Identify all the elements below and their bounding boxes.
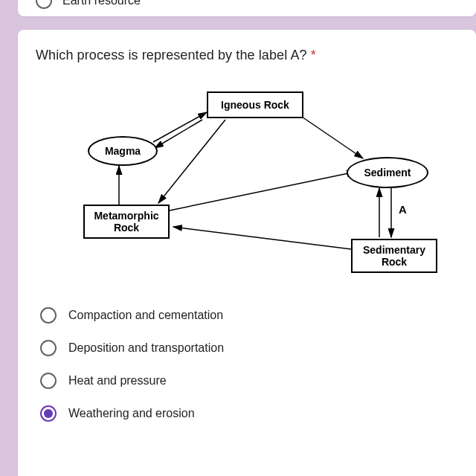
option-weathering-erosion[interactable]: Weathering and erosion [40, 405, 458, 422]
rock-cycle-diagram: Igneous Rock Magma Sediment Metamorphic … [51, 77, 437, 292]
previous-option-label: Earth resource [62, 0, 141, 7]
radio-icon [40, 307, 57, 324]
option-compaction-cementation[interactable]: Compaction and cementation [40, 307, 458, 324]
option-label: Compaction and cementation [68, 309, 223, 322]
node-magma-label: Magma [105, 145, 141, 157]
svg-line-6 [173, 227, 351, 249]
node-metamorphic-label: Metamorphic Rock [94, 210, 158, 234]
option-heat-pressure[interactable]: Heat and pressure [40, 373, 458, 389]
svg-line-0 [153, 112, 207, 142]
svg-line-5 [170, 172, 356, 210]
svg-line-3 [158, 120, 225, 203]
node-magma: Magma [88, 136, 158, 166]
node-metamorphic-rock: Metamorphic Rock [83, 205, 170, 239]
node-sediment-label: Sediment [364, 167, 411, 178]
answer-options: Compaction and cementation Deposition an… [40, 307, 458, 422]
required-asterisk: * [311, 48, 316, 62]
svg-line-2 [298, 114, 363, 158]
node-sedimentary-rock: Sedimentary Rock [351, 239, 437, 273]
node-igneous-label: Igneous Rock [221, 99, 289, 111]
radio-icon [36, 0, 52, 9]
previous-option-row[interactable]: Earth resource [36, 0, 141, 9]
node-sediment: Sediment [347, 157, 428, 188]
option-label: Deposition and transportation [68, 341, 224, 355]
option-deposition-transportation[interactable]: Deposition and transportation [40, 340, 458, 356]
option-label: Weathering and erosion [68, 407, 195, 420]
node-igneous-rock: Igneous Rock [207, 91, 303, 118]
node-sedimentary-label: Sedimentary Rock [363, 244, 425, 268]
previous-question-card: Earth resource [18, 0, 476, 16]
question-body: Which process is represented by the labe… [36, 48, 307, 62]
radio-icon [40, 340, 57, 356]
option-label: Heat and pressure [68, 374, 167, 387]
diagram-label-a: A [399, 203, 407, 216]
radio-icon [40, 373, 57, 389]
question-text: Which process is represented by the labe… [36, 48, 458, 63]
radio-icon-checked [40, 405, 57, 422]
question-card: Which process is represented by the labe… [18, 30, 476, 476]
svg-line-1 [155, 120, 202, 148]
